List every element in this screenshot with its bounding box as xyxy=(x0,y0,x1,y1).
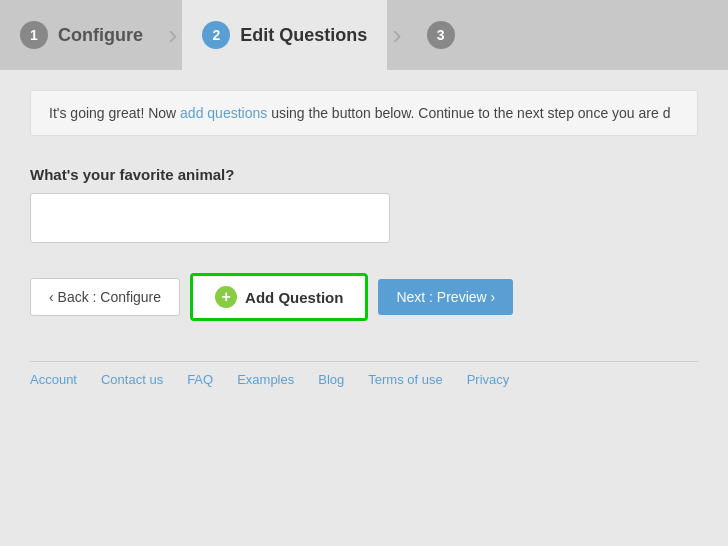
step-2-label: Edit Questions xyxy=(240,25,367,46)
next-button[interactable]: Next : Preview › xyxy=(378,279,513,315)
chevron-2: › xyxy=(387,0,406,70)
step-1-label: Configure xyxy=(58,25,143,46)
add-icon: + xyxy=(215,286,237,308)
answer-input[interactable] xyxy=(30,193,390,243)
back-button[interactable]: ‹ Back : Configure xyxy=(30,278,180,316)
step-3-number: 3 xyxy=(427,21,455,49)
main-content: It's going great! Now add questions usin… xyxy=(0,70,728,417)
footer-link-contact-us[interactable]: Contact us xyxy=(101,372,163,387)
footer-link-account[interactable]: Account xyxy=(30,372,77,387)
step-3[interactable]: 3 xyxy=(407,0,485,70)
step-1-number: 1 xyxy=(20,21,48,49)
question-label: What's your favorite animal? xyxy=(30,166,698,183)
footer-link-blog[interactable]: Blog xyxy=(318,372,344,387)
step-2-number: 2 xyxy=(202,21,230,49)
info-banner: It's going great! Now add questions usin… xyxy=(30,90,698,136)
buttons-row: ‹ Back : Configure + Add Question Next :… xyxy=(30,273,698,321)
footer-link-examples[interactable]: Examples xyxy=(237,372,294,387)
chevron-1: › xyxy=(163,0,182,70)
info-prefix: It's going great! Now xyxy=(49,105,180,121)
step-2[interactable]: 2 Edit Questions xyxy=(182,0,387,70)
footer-link-terms-of-use[interactable]: Terms of use xyxy=(368,372,442,387)
info-suffix: using the button below. Continue to the … xyxy=(267,105,670,121)
add-questions-link[interactable]: add questions xyxy=(180,105,267,121)
footer-links: AccountContact usFAQExamplesBlogTerms of… xyxy=(30,361,698,397)
steps-bar: 1 Configure › 2 Edit Questions › 3 xyxy=(0,0,728,70)
add-question-label: Add Question xyxy=(245,289,343,306)
step-1[interactable]: 1 Configure xyxy=(0,0,163,70)
footer-link-privacy[interactable]: Privacy xyxy=(467,372,510,387)
add-question-button[interactable]: + Add Question xyxy=(190,273,368,321)
footer-link-faq[interactable]: FAQ xyxy=(187,372,213,387)
